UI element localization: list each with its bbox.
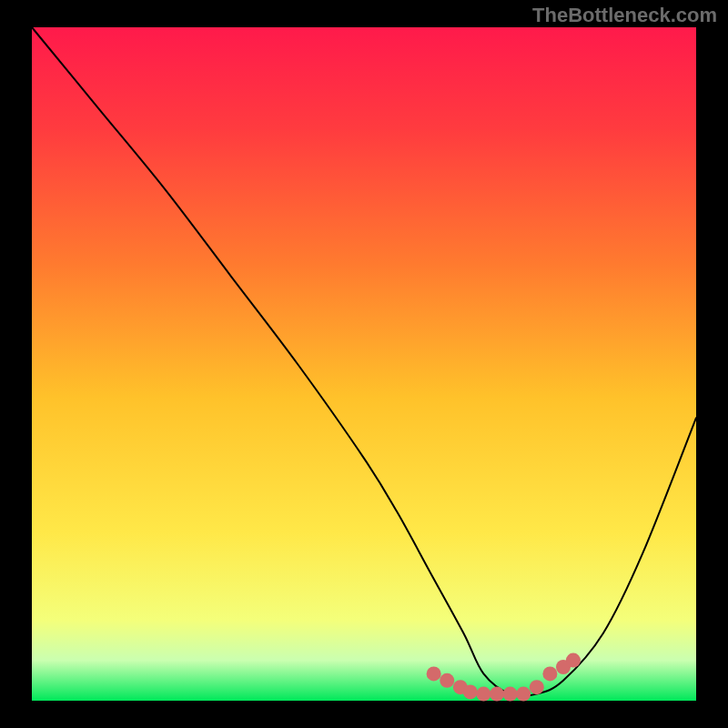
chart-container: TheBottleneck.com — [0, 0, 728, 728]
gradient-background — [32, 27, 696, 701]
watermark-text: TheBottleneck.com — [532, 4, 717, 27]
fit-point — [503, 687, 518, 702]
fit-point — [516, 687, 531, 702]
fit-point — [463, 684, 478, 699]
fit-point — [440, 673, 454, 688]
chart-svg — [0, 0, 728, 728]
fit-point — [490, 687, 504, 702]
fit-point — [476, 687, 490, 702]
fit-point — [542, 666, 557, 681]
fit-point — [566, 653, 581, 668]
fit-point — [530, 680, 544, 694]
fit-point — [427, 666, 441, 681]
